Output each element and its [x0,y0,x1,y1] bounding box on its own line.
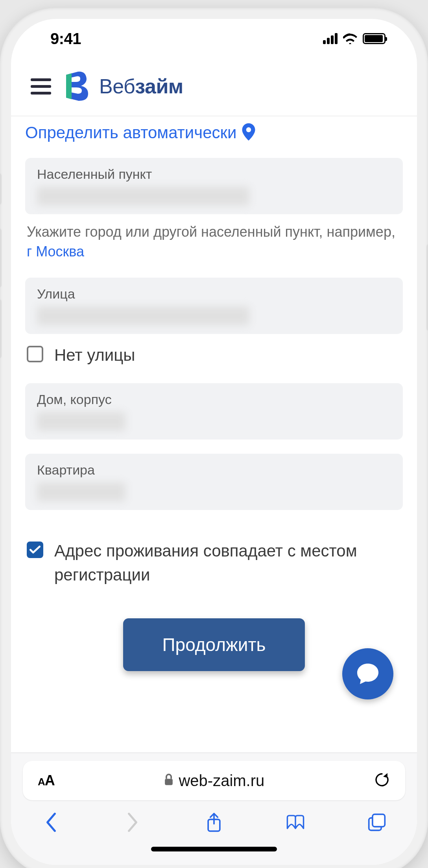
home-indicator[interactable] [151,847,277,851]
apartment-label: Квартира [37,462,391,478]
same-address-row[interactable]: Адрес проживания совпадает с местом реги… [25,534,403,603]
device-frame: 9:41 [0,8,428,868]
same-address-label: Адрес проживания совпадает с местом реги… [54,539,401,587]
street-field[interactable]: Улица [25,278,403,334]
no-street-row[interactable]: Нет улицы [25,339,403,383]
url-display[interactable]: web-zaim.ru [164,772,264,790]
city-value [37,187,249,206]
url-bar[interactable]: AA web-zaim.ru [23,761,405,800]
screen: 9:41 [11,19,417,865]
logo-mark-icon [63,70,94,102]
wifi-icon [343,30,357,48]
svg-rect-0 [165,779,173,785]
lock-icon [164,772,174,790]
forward-button[interactable] [123,812,142,834]
no-street-label: Нет улицы [54,343,135,367]
safari-bar: AA web-zaim.ru [11,753,417,865]
status-time: 9:41 [50,30,81,48]
bookmarks-button[interactable] [286,812,305,834]
city-hint: Укажите город или другой населенный пунк… [25,219,403,278]
share-button[interactable] [205,812,223,834]
signal-icon [323,33,338,44]
city-label: Населенный пункт [37,167,391,182]
continue-button[interactable]: Продолжить [123,618,305,671]
chat-fab[interactable] [342,648,393,699]
battery-icon [363,33,386,44]
no-street-checkbox[interactable] [27,346,43,362]
back-button[interactable] [42,812,61,834]
auto-detect-link[interactable]: Определить автоматически [25,123,236,142]
auto-detect-row[interactable]: Определить автоматически [25,123,403,142]
street-label: Улица [37,286,391,302]
side-button [426,244,428,331]
same-address-checkbox[interactable] [27,542,43,558]
house-field[interactable]: Дом, корпус [25,383,403,440]
logo[interactable]: Вебзайм [63,70,183,102]
hint-link[interactable]: г Москва [27,243,84,260]
reload-icon[interactable] [374,772,390,790]
city-field[interactable]: Населенный пункт [25,158,403,214]
side-button [0,228,2,287]
status-icons [323,30,386,48]
menu-icon[interactable] [31,78,51,95]
house-label: Дом, корпус [37,392,391,407]
status-bar: 9:41 [11,19,417,58]
safari-toolbar [23,800,405,842]
svg-rect-3 [373,814,385,827]
apartment-field[interactable]: Квартира [25,454,403,510]
tabs-button[interactable] [367,812,386,834]
logo-text: Вебзайм [99,74,183,98]
side-button [0,299,2,358]
side-button [0,173,2,205]
url-text: web-zaim.ru [179,772,264,790]
house-value [37,412,125,431]
chat-icon [355,661,380,686]
apartment-value [37,482,125,501]
app-header: Вебзайм [11,58,417,116]
pin-icon [242,123,255,142]
street-value [37,306,249,325]
text-size-button[interactable]: AA [38,772,55,789]
